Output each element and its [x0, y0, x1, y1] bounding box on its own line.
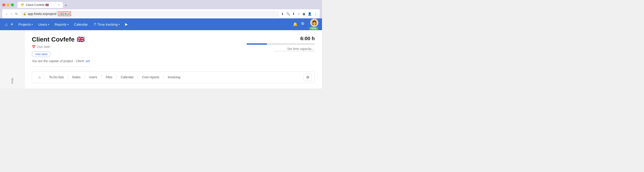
tab-divider-3	[85, 75, 85, 79]
tab-divider-5	[116, 75, 117, 79]
nav-users-label: Users	[38, 22, 47, 26]
user-avatar[interactable]: 👩	[310, 19, 318, 27]
address-bar-row: ‹ › ↻ 🔒 app.freelo.io/project/182414 ⬇ 🔍…	[2, 9, 320, 18]
tab-users-label: Users	[89, 75, 98, 79]
more-options-button[interactable]: ⋮	[314, 12, 317, 16]
tab-calendar[interactable]: Calendar	[117, 74, 138, 81]
tab-todo-lists[interactable]: To-Do lists	[46, 74, 68, 81]
zoom-button[interactable]: 🔍	[286, 12, 290, 16]
tab-files[interactable]: Files	[102, 74, 116, 81]
url-highlight: 182414	[58, 11, 71, 16]
tab-home-icon: ⌂	[38, 75, 41, 79]
tab-favicon: 🗂️	[21, 3, 24, 6]
tab-todo-lists-label: To-Do lists	[49, 75, 64, 79]
minimize-window-button[interactable]	[6, 3, 10, 6]
project-name: Client Covfefe	[32, 36, 74, 43]
captain-text: You are the captain of project . Client:…	[32, 59, 90, 67]
reload-button[interactable]: ↻	[14, 11, 19, 16]
captain-text-main: You are the captain of project	[32, 59, 73, 63]
back-button[interactable]: ‹	[5, 11, 8, 16]
project-title: Client Covfefe 🇬🇧	[32, 36, 90, 43]
project-header: Client Covfefe 🇬🇧 📅 Due date Add label Y…	[32, 36, 315, 67]
app-nav: ⌂ + Projects ▾ Users ▾ Reports ▾ Calenda…	[0, 18, 322, 30]
nav-bell-button[interactable]: 🔔	[293, 22, 298, 27]
nav-projects-label: Projects	[18, 22, 31, 26]
nav-calendar-label: Calendar	[74, 22, 88, 26]
due-date-calendar-icon: 📅	[32, 45, 36, 49]
browser-actions: ⬇ 🔍 ⬆ ☆ ▣ 👤 ⋮	[281, 12, 317, 16]
nav-users-chevron: ▾	[48, 23, 49, 26]
tab-invoicing-label: Invoicing	[168, 75, 180, 79]
play-icon: ▶	[125, 22, 128, 26]
nav-search-button[interactable]: 🔍	[301, 22, 306, 27]
project-title-section: Client Covfefe 🇬🇧 📅 Due date Add label Y…	[32, 36, 90, 67]
client-label: Client:	[76, 59, 85, 63]
tab-invoicing[interactable]: Invoicing	[164, 74, 184, 81]
bookmark-button[interactable]: ☆	[297, 12, 300, 16]
tab-divider-4	[101, 75, 102, 79]
lock-icon: 🔒	[23, 12, 26, 15]
client-set-link[interactable]: set	[86, 59, 90, 63]
nav-time-tracking-label: Time tracking	[98, 22, 118, 26]
tab-notes[interactable]: Notes	[68, 74, 84, 81]
nav-time-tracking-chevron: ▾	[118, 23, 120, 26]
nav-time-tracking[interactable]: ⏱ Time tracking ▾	[90, 21, 122, 28]
project-due-date: 📅 Due date	[32, 45, 90, 49]
nav-play-button[interactable]: ▶	[122, 21, 130, 28]
time-section: 6:00 h	[246, 36, 315, 51]
time-tracked-display: 6:00 h	[300, 36, 315, 41]
download-button[interactable]: ⬇	[281, 12, 284, 16]
tab-cost-reports[interactable]: Cost reports	[138, 74, 163, 81]
trial-badge: TRIAL	[309, 27, 318, 30]
split-view-button[interactable]: ▣	[302, 12, 306, 16]
nav-calendar[interactable]: Calendar	[71, 21, 90, 28]
browser-chrome: 🗂️ Client Covfefe 🇬🇧 × + ‹ › ↻ 🔒 app.fre…	[0, 0, 322, 18]
profile-button[interactable]: 👤	[308, 12, 312, 16]
active-browser-tab[interactable]: 🗂️ Client Covfefe 🇬🇧 ×	[18, 2, 63, 8]
add-label-button[interactable]: Add label	[32, 51, 51, 57]
tab-calendar-label: Calendar	[121, 75, 134, 79]
tab-notes-label: Notes	[72, 75, 80, 79]
tab-cost-reports-label: Cost reports	[142, 75, 160, 79]
nav-users[interactable]: Users ▾	[36, 21, 52, 28]
nav-projects[interactable]: Projects ▾	[16, 21, 36, 28]
tab-title: Client Covfefe 🇬🇧	[26, 3, 49, 6]
tab-divider-7	[164, 75, 164, 79]
tab-files-label: Files	[106, 75, 112, 79]
tab-close-button[interactable]: ×	[58, 3, 60, 6]
nav-add-button[interactable]: +	[9, 20, 15, 29]
traffic-lights	[2, 3, 14, 6]
tab-divider-6	[138, 75, 138, 79]
time-progress-bar	[246, 43, 315, 45]
close-window-button[interactable]	[2, 3, 5, 6]
nav-right: 🔔 🔍 👩 TRIAL	[293, 19, 318, 30]
url-prefix: app.freelo.io/project/	[28, 12, 56, 16]
project-settings-button[interactable]: ⚙	[304, 74, 312, 81]
tab-divider-1	[45, 75, 45, 79]
sidebar-edge: Help	[0, 30, 24, 88]
time-progress-fill	[246, 43, 267, 45]
address-bar[interactable]: 🔒 app.freelo.io/project/182414	[21, 11, 279, 17]
nav-reports-label: Reports	[54, 22, 66, 26]
tab-bar: 🗂️ Client Covfefe 🇬🇧 × +	[18, 2, 69, 8]
tab-home[interactable]: ⌂	[35, 73, 44, 81]
time-tracking-icon: ⏱	[93, 22, 96, 26]
project-area: Client Covfefe 🇬🇧 📅 Due date Add label Y…	[24, 30, 322, 88]
time-capacity-input[interactable]	[274, 46, 315, 51]
tab-users[interactable]: Users	[86, 74, 101, 81]
new-tab-button[interactable]: +	[63, 3, 69, 8]
nav-reports[interactable]: Reports ▾	[52, 21, 71, 28]
nav-reports-chevron: ▾	[68, 23, 68, 26]
nav-home-button[interactable]: ⌂	[4, 20, 9, 28]
due-date-label: Due date	[37, 45, 50, 49]
help-label[interactable]: Help	[10, 78, 14, 84]
tabs-left: ⌂ To-Do lists Notes Users Files	[35, 73, 184, 81]
forward-button[interactable]: ›	[10, 11, 13, 16]
project-tabs: ⌂ To-Do lists Notes Users Files	[32, 71, 315, 83]
main-content: Help Client Covfefe 🇬🇧 📅 Due date Add la…	[0, 30, 322, 88]
share-button[interactable]: ⬆	[292, 12, 295, 16]
nav-projects-chevron: ▾	[32, 23, 33, 26]
maximize-window-button[interactable]	[11, 3, 14, 6]
project-flag: 🇬🇧	[77, 36, 85, 43]
